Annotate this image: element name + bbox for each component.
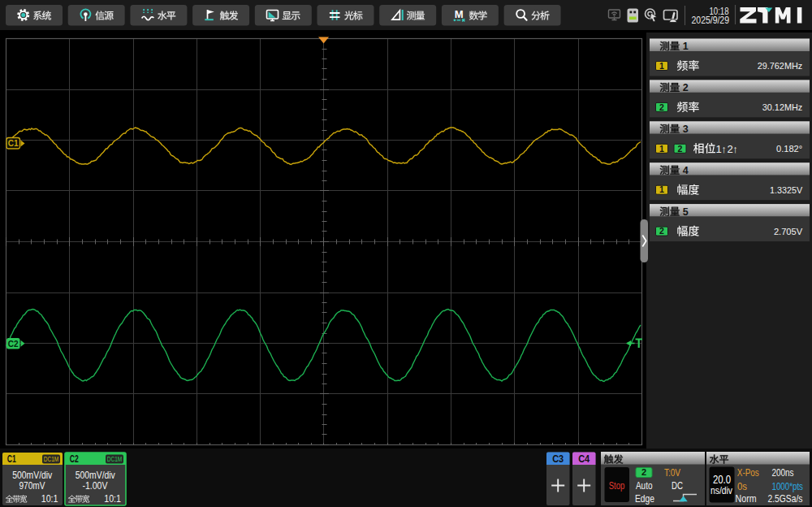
svg-text:1: 1 bbox=[659, 144, 664, 154]
svg-text:Norm: Norm bbox=[736, 492, 757, 505]
svg-text:Auto: Auto bbox=[636, 479, 653, 492]
svg-text:C4: C4 bbox=[578, 453, 590, 465]
svg-text:5: 5 bbox=[683, 206, 689, 218]
svg-text:C2: C2 bbox=[8, 340, 19, 349]
svg-text:↑: ↑ bbox=[721, 143, 727, 155]
svg-text:M: M bbox=[455, 8, 464, 20]
svg-text:2: 2 bbox=[683, 82, 689, 93]
svg-text:29.762MHz: 29.762MHz bbox=[758, 61, 803, 71]
svg-text:T:0V: T:0V bbox=[664, 466, 680, 479]
svg-text:10:1: 10:1 bbox=[104, 492, 121, 505]
svg-text:1000*pts: 1000*pts bbox=[772, 480, 804, 492]
svg-text:200ns: 200ns bbox=[772, 466, 794, 479]
svg-text:3: 3 bbox=[683, 124, 689, 135]
svg-text:2: 2 bbox=[659, 226, 664, 236]
svg-text:2: 2 bbox=[659, 102, 664, 112]
svg-text:1: 1 bbox=[659, 184, 664, 194]
svg-text:0s: 0s bbox=[737, 480, 747, 492]
svg-text:2.5GSa/s: 2.5GSa/s bbox=[768, 492, 803, 505]
svg-text:ns/div: ns/div bbox=[710, 485, 733, 496]
svg-text:2: 2 bbox=[641, 467, 646, 477]
svg-text:DC1M: DC1M bbox=[44, 455, 59, 463]
svg-text:500mV/div: 500mV/div bbox=[12, 470, 53, 481]
svg-text:30.12MHz: 30.12MHz bbox=[762, 102, 803, 112]
svg-text:Edge: Edge bbox=[635, 492, 654, 505]
svg-text:-1.00V: -1.00V bbox=[83, 480, 109, 492]
svg-text:2: 2 bbox=[678, 144, 683, 154]
svg-text:10:1: 10:1 bbox=[41, 492, 58, 505]
svg-text:Stop: Stop bbox=[609, 479, 625, 492]
svg-text:2.705V: 2.705V bbox=[774, 227, 803, 236]
svg-text:2025/9/29: 2025/9/29 bbox=[692, 15, 730, 26]
svg-text:4: 4 bbox=[683, 165, 689, 176]
svg-text:↑: ↑ bbox=[732, 143, 738, 155]
svg-text:C1: C1 bbox=[8, 139, 19, 148]
svg-text:C2: C2 bbox=[70, 453, 79, 465]
svg-text:1: 1 bbox=[683, 41, 689, 52]
svg-text:970mV: 970mV bbox=[19, 480, 46, 492]
svg-text:C1: C1 bbox=[7, 453, 16, 465]
svg-text:0.182°: 0.182° bbox=[776, 144, 802, 154]
svg-text:DC: DC bbox=[672, 479, 683, 492]
svg-text:1: 1 bbox=[659, 61, 664, 71]
svg-text:X-Pos: X-Pos bbox=[737, 466, 759, 479]
svg-text:1.3325V: 1.3325V bbox=[770, 185, 802, 195]
svg-text:500mV/div: 500mV/div bbox=[76, 470, 116, 481]
svg-text:DC1M: DC1M bbox=[107, 455, 123, 463]
svg-text:C3: C3 bbox=[552, 453, 564, 465]
